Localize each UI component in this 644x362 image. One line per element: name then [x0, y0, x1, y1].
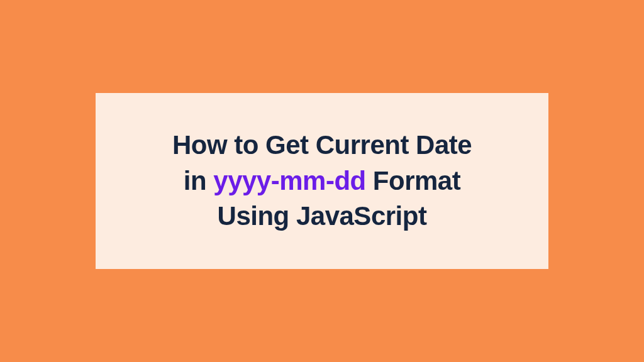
title-line-2-prefix: in [184, 166, 214, 195]
title-line-2-suffix: Format [366, 166, 461, 195]
title-line-1: How to Get Current Date [172, 130, 472, 160]
title-card: How to Get Current Date in yyyy-mm-dd Fo… [96, 93, 548, 269]
page-title: How to Get Current Date in yyyy-mm-dd Fo… [121, 128, 523, 234]
title-line-3: Using JavaScript [218, 201, 427, 231]
title-highlight: yyyy-mm-dd [213, 166, 365, 195]
